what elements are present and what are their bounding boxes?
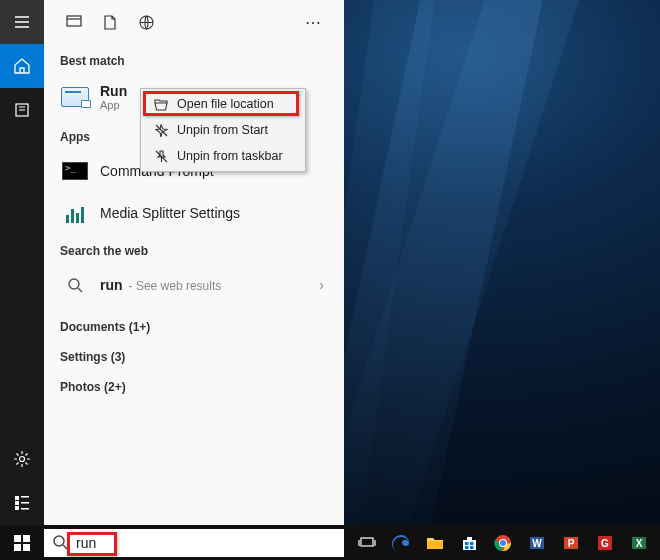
- menu-button[interactable]: [0, 0, 44, 44]
- svg-rect-16: [361, 538, 373, 546]
- file-explorer-icon[interactable]: [420, 529, 450, 557]
- result-media-splitter[interactable]: Media Splitter Settings: [44, 192, 344, 234]
- store-icon[interactable]: [454, 529, 484, 557]
- unpin-taskbar-icon: [151, 150, 171, 163]
- ctx-label: Unpin from taskbar: [177, 149, 283, 163]
- svg-rect-12: [23, 535, 30, 542]
- result-web-run[interactable]: run - See web results ›: [44, 264, 344, 306]
- svg-rect-3: [21, 496, 29, 498]
- svg-point-23: [500, 540, 506, 546]
- start-button[interactable]: [0, 525, 44, 560]
- settings-label[interactable]: Settings (3): [44, 340, 344, 370]
- svg-rect-8: [67, 16, 81, 26]
- svg-text:G: G: [601, 538, 609, 549]
- word-icon[interactable]: W: [522, 529, 552, 557]
- home-button[interactable]: [0, 44, 44, 88]
- svg-rect-2: [15, 496, 19, 500]
- start-sidebar: [0, 0, 44, 525]
- chrome-icon[interactable]: [488, 529, 518, 557]
- gdata-icon[interactable]: G: [590, 529, 620, 557]
- search-results-panel: ⋯ Best match Run App Apps Command Prompt…: [44, 0, 344, 525]
- best-match-label: Best match: [44, 44, 344, 74]
- svg-text:W: W: [532, 538, 542, 549]
- settings-button[interactable]: [0, 437, 44, 481]
- ctx-unpin-start[interactable]: Unpin from Start: [141, 117, 305, 143]
- taskbar-app-icons: W P G X: [352, 525, 660, 560]
- svg-rect-7: [21, 508, 29, 510]
- ctx-open-file-location[interactable]: Open file location: [141, 91, 305, 117]
- search-icon: [60, 270, 90, 300]
- excel-icon[interactable]: X: [624, 529, 654, 557]
- svg-rect-5: [21, 502, 29, 504]
- svg-rect-11: [14, 535, 21, 542]
- svg-rect-4: [15, 501, 19, 505]
- chevron-right-icon: ›: [319, 277, 328, 293]
- svg-text:X: X: [636, 538, 643, 549]
- web-query: run: [100, 277, 123, 293]
- svg-rect-17: [465, 542, 469, 545]
- web-filter-icon[interactable]: [128, 0, 164, 44]
- svg-rect-14: [23, 544, 30, 551]
- result-title: Media Splitter Settings: [100, 205, 240, 221]
- task-view-icon[interactable]: [352, 529, 382, 557]
- svg-rect-19: [465, 546, 469, 549]
- cmd-icon: [60, 156, 90, 186]
- documents-filter-icon[interactable]: [92, 0, 128, 44]
- svg-point-1: [20, 457, 25, 462]
- svg-point-15: [54, 536, 64, 546]
- unpin-start-icon: [151, 124, 171, 137]
- recent-button[interactable]: [0, 88, 44, 132]
- ctx-label: Open file location: [177, 97, 274, 111]
- svg-rect-20: [470, 546, 474, 549]
- folder-open-icon: [151, 98, 171, 111]
- search-input[interactable]: [76, 529, 344, 557]
- documents-label[interactable]: Documents (1+): [44, 306, 344, 340]
- taskbar-search-box[interactable]: [44, 529, 344, 557]
- more-options-icon[interactable]: ⋯: [296, 0, 332, 44]
- svg-rect-18: [470, 542, 474, 545]
- svg-point-10: [69, 279, 79, 289]
- run-icon: [60, 82, 90, 112]
- edge-icon[interactable]: [386, 529, 416, 557]
- powerpoint-icon[interactable]: P: [556, 529, 586, 557]
- svg-rect-13: [14, 544, 21, 551]
- search-icon: [44, 535, 76, 550]
- photos-label[interactable]: Photos (2+): [44, 370, 344, 400]
- search-filter-header: ⋯: [44, 0, 344, 44]
- apps-list-button[interactable]: [0, 481, 44, 525]
- ctx-unpin-taskbar[interactable]: Unpin from taskbar: [141, 143, 305, 169]
- svg-text:P: P: [568, 538, 575, 549]
- ctx-label: Unpin from Start: [177, 123, 268, 137]
- svg-rect-6: [15, 506, 19, 510]
- apps-filter-icon[interactable]: [56, 0, 92, 44]
- media-splitter-icon: [60, 198, 90, 228]
- taskbar: W P G X: [0, 525, 660, 560]
- context-menu: Open file location Unpin from Start Unpi…: [140, 88, 306, 172]
- web-label: Search the web: [44, 234, 344, 264]
